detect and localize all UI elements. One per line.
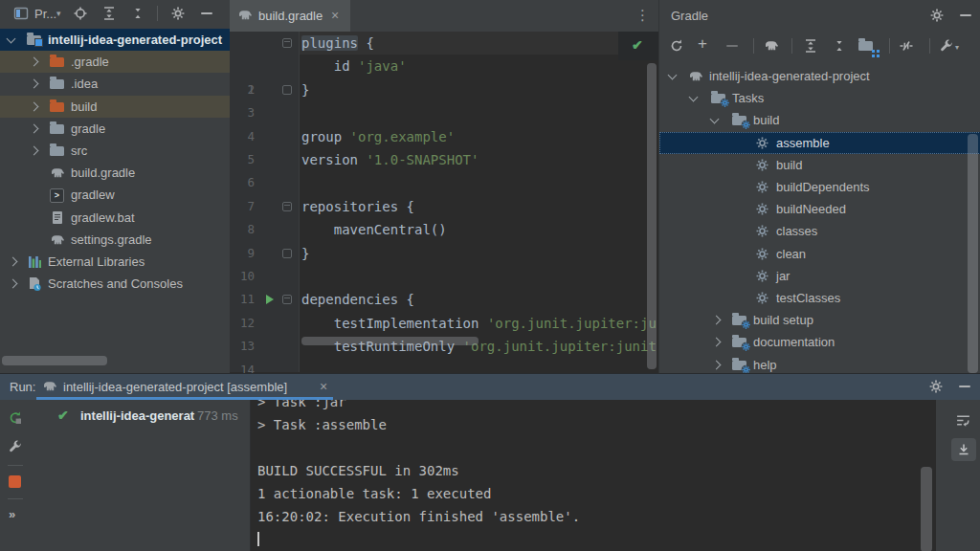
fold-marker-icon[interactable] bbox=[282, 249, 292, 258]
group-tasks-icon[interactable] bbox=[858, 41, 873, 51]
code-line[interactable]: 5 group 'org.example' bbox=[230, 125, 658, 148]
project-tree-item-gradle-dir[interactable]: .gradle bbox=[0, 51, 230, 73]
chevron-right-icon[interactable] bbox=[712, 316, 722, 325]
horizontal-scrollbar[interactable] bbox=[301, 337, 479, 345]
chevron-right-icon[interactable] bbox=[9, 257, 18, 267]
code-line[interactable]: 4 bbox=[230, 101, 658, 124]
run-tree-node[interactable]: ✔ intellij-idea-generat 773 ms bbox=[31, 405, 250, 428]
project-tree-item-gradlew-bat[interactable]: gradlew.bat bbox=[0, 207, 230, 229]
project-tree-item-root[interactable]: intellij-idea-generated-project bbox=[0, 29, 230, 51]
gear-icon[interactable] bbox=[170, 6, 186, 21]
fold-marker-icon[interactable] bbox=[282, 295, 292, 304]
collapse-all-icon[interactable] bbox=[832, 38, 847, 54]
gradle-icon bbox=[50, 165, 65, 181]
gradle-tree-item-tasks[interactable]: Tasks bbox=[659, 87, 980, 109]
gradle-task-clean[interactable]: clean bbox=[659, 243, 980, 265]
chevron-right-icon[interactable] bbox=[30, 123, 39, 133]
editor-tab-build-gradle[interactable]: build.gradle × bbox=[230, 0, 350, 32]
gradle-tree-item-build-setup[interactable]: build setup bbox=[659, 309, 980, 331]
fold-marker-icon[interactable] bbox=[282, 202, 292, 211]
gradle-tree-item-documentation[interactable]: documentation bbox=[659, 331, 980, 353]
chevron-down-icon[interactable] bbox=[710, 115, 720, 124]
gradle-tree-item-build-group[interactable]: build bbox=[659, 109, 980, 131]
chevron-right-icon[interactable] bbox=[30, 79, 39, 89]
code-line[interactable]: 7 bbox=[230, 171, 658, 194]
fold-marker-icon[interactable] bbox=[282, 38, 292, 48]
code-line[interactable]: 3 } bbox=[230, 78, 658, 101]
gradle-task-buildDependents[interactable]: buildDependents bbox=[659, 176, 980, 198]
menu-icon[interactable]: ⋮ bbox=[635, 7, 650, 24]
inspections-widget[interactable]: ✔ bbox=[618, 32, 658, 60]
chevron-down-icon[interactable] bbox=[668, 71, 678, 80]
expand-all-icon[interactable] bbox=[101, 6, 117, 21]
code-line[interactable]: 6 version '1.0-SNAPSHOT' bbox=[230, 148, 658, 171]
project-view-selector[interactable]: Pr... bbox=[34, 7, 56, 21]
run-console[interactable]: > Task :jar > Task :assemble BUILD SUCCE… bbox=[251, 400, 936, 551]
execute-gradle-task-icon[interactable] bbox=[763, 38, 780, 54]
code-line[interactable]: 12 dependencies { bbox=[230, 288, 658, 311]
minimize-icon[interactable] bbox=[959, 386, 970, 387]
chevron-down-icon[interactable] bbox=[689, 93, 699, 102]
project-tree-item-external-libraries[interactable]: External Libraries bbox=[0, 251, 230, 273]
gradle-task-build[interactable]: build bbox=[659, 154, 980, 176]
code-line[interactable]: 10 } bbox=[230, 242, 658, 265]
project-view-icon[interactable] bbox=[13, 6, 29, 21]
gear-icon[interactable] bbox=[929, 8, 945, 23]
gear-icon[interactable] bbox=[928, 379, 944, 394]
stop-icon[interactable] bbox=[9, 475, 21, 488]
project-tree-item-src-dir[interactable]: src bbox=[0, 140, 230, 162]
code-line[interactable]: 9 mavenCentral() bbox=[230, 218, 658, 241]
project-tree-item-scratches[interactable]: Scratches and Consoles bbox=[0, 273, 230, 295]
add-icon[interactable]: + bbox=[698, 34, 707, 54]
code-line[interactable]: 13 testImplementation 'org.junit.jupiter… bbox=[230, 312, 658, 335]
tree-item-label: gradlew bbox=[71, 184, 115, 206]
project-tree-item-settings-gradle[interactable]: settings.gradle bbox=[0, 229, 230, 251]
more-icon[interactable]: » bbox=[9, 507, 15, 521]
chevron-right-icon[interactable] bbox=[712, 338, 722, 347]
gradle-task-assemble[interactable]: assemble bbox=[659, 132, 980, 154]
code-line[interactable]: 2 id 'java' bbox=[230, 55, 658, 77]
wrench-icon[interactable] bbox=[8, 439, 23, 454]
chevron-right-icon[interactable] bbox=[712, 360, 722, 369]
project-tree-item-build-gradle[interactable]: build.gradle bbox=[0, 162, 230, 184]
gradle-tree-item-project[interactable]: intellij-idea-generated-project bbox=[659, 65, 980, 87]
locate-icon[interactable] bbox=[73, 6, 88, 21]
gradle-task-testClasses[interactable]: testClasses bbox=[659, 287, 980, 309]
horizontal-scrollbar[interactable] bbox=[2, 356, 107, 365]
chevron-right-icon[interactable] bbox=[30, 101, 39, 111]
project-tree-item-build-dir[interactable]: build bbox=[0, 96, 230, 118]
vertical-scrollbar[interactable] bbox=[921, 467, 932, 551]
chevron-down-icon[interactable] bbox=[7, 34, 16, 44]
gradle-task-buildNeeded[interactable]: buildNeeded bbox=[659, 198, 980, 220]
fold-marker-icon[interactable] bbox=[282, 85, 292, 95]
code-line[interactable]: 11 bbox=[230, 265, 658, 288]
code-line[interactable]: 1 plugins { bbox=[230, 32, 658, 55]
remove-icon[interactable] bbox=[726, 45, 738, 47]
soft-wrap-icon[interactable] bbox=[955, 412, 971, 429]
project-tree-item-idea-dir[interactable]: .idea bbox=[0, 73, 230, 95]
close-icon[interactable]: × bbox=[320, 380, 327, 393]
chevron-right-icon[interactable] bbox=[30, 57, 39, 67]
run-icon[interactable] bbox=[266, 295, 274, 304]
vertical-scrollbar[interactable] bbox=[968, 134, 978, 373]
minimize-icon[interactable] bbox=[201, 12, 212, 14]
expand-all-icon[interactable] bbox=[803, 38, 818, 54]
rerun-icon[interactable] bbox=[8, 410, 23, 426]
minimize-icon[interactable] bbox=[960, 14, 971, 16]
chevron-right-icon[interactable] bbox=[9, 279, 18, 289]
vertical-scrollbar[interactable] bbox=[647, 63, 657, 369]
code-line[interactable]: 8 repositories { bbox=[230, 195, 658, 218]
gradle-task-jar[interactable]: jar bbox=[659, 265, 980, 287]
gradle-task-classes[interactable]: classes bbox=[659, 220, 980, 242]
scroll-to-end-button[interactable] bbox=[951, 438, 976, 461]
project-tree-item-gradle-wrapper-dir[interactable]: gradle bbox=[0, 118, 230, 140]
run-tab[interactable]: intellij-idea-generated-project [assembl… bbox=[36, 374, 333, 400]
offline-mode-icon[interactable] bbox=[899, 38, 914, 54]
collapse-all-icon[interactable] bbox=[130, 6, 145, 21]
code-token: id bbox=[301, 58, 358, 74]
project-tree-item-gradlew[interactable]: > gradlew bbox=[0, 184, 230, 206]
wrench-icon[interactable] bbox=[939, 38, 954, 54]
refresh-icon[interactable] bbox=[669, 38, 684, 54]
close-icon[interactable]: × bbox=[331, 9, 339, 22]
chevron-right-icon[interactable] bbox=[30, 146, 39, 156]
